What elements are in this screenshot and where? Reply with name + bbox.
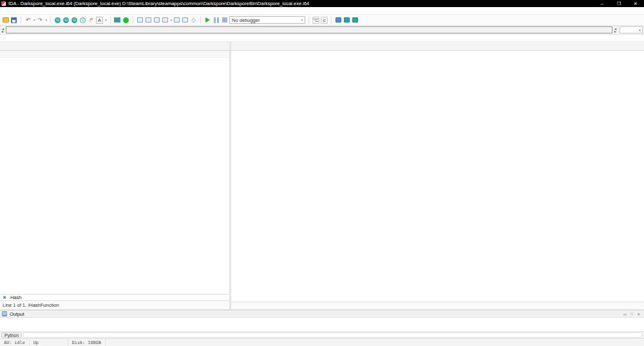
navband-scroll-right[interactable]: ◂▸ [612, 26, 618, 34]
save-icon[interactable] [10, 17, 17, 24]
navigation-band[interactable] [6, 26, 612, 33]
minimize-button[interactable]: – [594, 1, 611, 6]
titlebar: IDA - Darkspore_local.exe.i64 (Darkspore… [0, 0, 644, 7]
watch-icon[interactable] [182, 17, 189, 24]
functions-table [0, 58, 229, 294]
maximize-button[interactable]: ❐ [611, 1, 627, 6]
close-button[interactable]: ✕ [627, 1, 644, 6]
window-list-icon-1[interactable] [335, 17, 342, 24]
step-icon[interactable]: ◇ [190, 17, 197, 24]
navigate-forward-dropdown[interactable]: ▾ [46, 18, 48, 22]
app-icon [1, 1, 6, 6]
pseudocode-panel [231, 51, 644, 309]
database-outline-icon[interactable]: G [79, 17, 86, 24]
jump-icon[interactable]: ↱ [88, 17, 95, 24]
database-icon-2[interactable]: G [62, 17, 70, 24]
debugger-windows-icon-3[interactable] [153, 17, 160, 24]
output-float-icon[interactable]: ▭ [623, 312, 627, 316]
navband-legend [0, 35, 644, 42]
stop-process-icon[interactable] [221, 17, 228, 24]
output-close-icon[interactable]: ✕ [637, 312, 640, 316]
functions-panel: ✕ Hash Line 1 of 1, /HashFunction [0, 51, 231, 309]
window-list-icon-2[interactable] [343, 17, 350, 24]
statusbar-au: AU: idle [0, 339, 30, 346]
pseudocode-view[interactable] [231, 51, 644, 302]
toolbar: ↶▾ ↷▾ G G G G ↱ A▾ ▾ ◇ No debugger▾ °C c [0, 15, 644, 26]
lumina-icon[interactable] [122, 17, 129, 24]
output-log[interactable] [0, 318, 644, 331]
functions-table-header [0, 51, 229, 58]
main-area: ✕ Hash Line 1 of 1, /HashFunction [0, 51, 644, 309]
navband-row: ◂▸ ◂▸ ▾ [0, 26, 644, 35]
script-icon[interactable]: c [321, 17, 328, 24]
navband-scroll-left[interactable]: ◂▸ [0, 26, 6, 34]
database-icon-3[interactable]: G [71, 17, 78, 24]
debugger-select[interactable]: No debugger▾ [229, 16, 305, 24]
tabs-row [0, 42, 644, 51]
filter-input[interactable]: Hash [10, 295, 22, 300]
snapshot-icon[interactable] [114, 17, 121, 24]
navigate-back-dropdown[interactable]: ▾ [33, 18, 35, 22]
breakpoint-icon[interactable] [173, 17, 180, 24]
text-search-dropdown[interactable]: ▾ [105, 18, 107, 22]
navigate-forward-icon[interactable]: ↷ [37, 17, 44, 24]
output-title: Output [10, 311, 623, 317]
navigate-back-icon[interactable]: ↶ [24, 17, 32, 24]
debugger-select-value: No debugger [232, 17, 260, 23]
python-input[interactable] [23, 332, 643, 338]
navband-zoom-select[interactable]: ▾ [620, 26, 643, 33]
menubar [0, 7, 644, 15]
debugger-windows-dropdown[interactable]: ▾ [171, 18, 173, 22]
functions-status: Line 1 of 1, /HashFunction [0, 301, 229, 309]
window-title: IDA - Darkspore_local.exe.i64 (Darkspore… [8, 1, 594, 6]
start-process-icon[interactable] [204, 17, 211, 24]
text-search-icon[interactable]: A [96, 17, 103, 24]
pause-process-icon[interactable] [213, 17, 220, 24]
debugger-windows-icon-2[interactable] [145, 17, 152, 24]
debugger-windows-icon-1[interactable] [137, 17, 144, 24]
ida-window: IDA - Darkspore_local.exe.i64 (Darkspore… [0, 0, 644, 346]
statusbar-disk: Disk: 108GB [68, 339, 106, 346]
python-prompt-row: Python [0, 331, 644, 338]
compile-icon[interactable]: °C [312, 17, 319, 24]
output-icon [2, 311, 7, 316]
statusbar: AU: idle Up Disk: 108GB [0, 338, 644, 346]
open-file-icon[interactable] [2, 17, 9, 24]
output-header: Output ▭ □ ✕ [0, 311, 644, 318]
clear-filter-icon[interactable]: ✕ [0, 295, 10, 300]
database-icon-1[interactable]: G [54, 17, 61, 24]
statusbar-up: Up [30, 339, 68, 346]
pseudocode-status [231, 302, 644, 309]
output-maximize-icon[interactable]: □ [630, 312, 633, 316]
functions-filter-row: ✕ Hash [0, 294, 229, 301]
python-prompt-label[interactable]: Python [1, 332, 22, 338]
window-list-icon-3[interactable] [352, 17, 359, 24]
output-panel: Output ▭ □ ✕ Python [0, 309, 644, 338]
debugger-windows-icon-4[interactable] [162, 17, 169, 24]
